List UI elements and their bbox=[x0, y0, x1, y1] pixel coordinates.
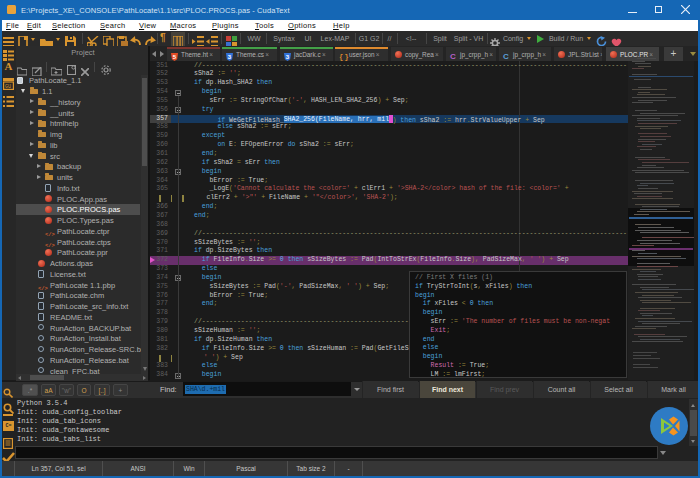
svg-text:GU: GU bbox=[5, 84, 11, 90]
